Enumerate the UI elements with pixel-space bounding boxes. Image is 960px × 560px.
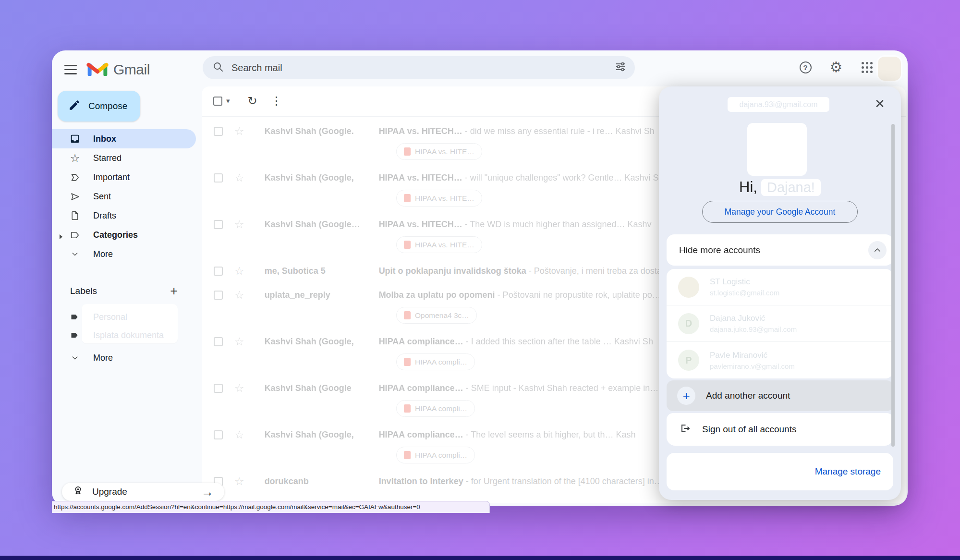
attachment-chip[interactable]: HIPAA compli… bbox=[396, 447, 475, 463]
email-sender: Kashvi Shah (Google. bbox=[265, 126, 379, 136]
pdf-icon bbox=[404, 358, 411, 366]
row-star-icon[interactable]: ☆ bbox=[234, 172, 244, 183]
pencil-icon bbox=[68, 99, 81, 114]
select-caret-icon[interactable]: ▾ bbox=[226, 97, 230, 105]
add-account-label: Add another account bbox=[706, 390, 790, 401]
pdf-icon bbox=[404, 451, 411, 459]
hide-more-accounts-button[interactable]: Hide more accounts bbox=[667, 234, 893, 266]
main-menu-icon[interactable] bbox=[64, 65, 77, 74]
row-star-icon[interactable]: ☆ bbox=[234, 383, 244, 394]
chevron-down-icon bbox=[69, 250, 81, 258]
sidebar-item-starred[interactable]: ☆ Starred bbox=[52, 148, 196, 168]
attachment-name: HIPAA compli… bbox=[415, 358, 467, 366]
help-button[interactable]: ? bbox=[794, 56, 816, 78]
search-filter-icon[interactable] bbox=[615, 61, 626, 74]
row-star-icon[interactable]: ☆ bbox=[234, 429, 244, 440]
more-options-icon[interactable]: ⋮ bbox=[267, 94, 287, 108]
pdf-icon bbox=[404, 194, 411, 202]
row-star-icon[interactable]: ☆ bbox=[234, 290, 244, 301]
account-item[interactable]: D Dajana Juković dajana.juko.93@gmail.co… bbox=[667, 305, 893, 342]
sidebar-item-important[interactable]: Important bbox=[52, 168, 196, 187]
attachment-name: Opomena4 3c… bbox=[415, 311, 469, 320]
attachment-name: HIPAA vs. HITE… bbox=[415, 147, 474, 156]
label-tag-icon bbox=[69, 312, 81, 322]
row-star-icon[interactable]: ☆ bbox=[234, 219, 244, 230]
sidebar-item-categories[interactable]: Categories bbox=[52, 225, 196, 244]
email-sender: Kashvi Shah (Google, bbox=[265, 337, 379, 347]
account-name-redacted: Dajana Juković bbox=[710, 314, 797, 323]
categories-tag-icon bbox=[69, 230, 81, 240]
sidebar-nav: Inbox ☆ Starred Important Sent Drafts bbox=[52, 129, 196, 264]
row-checkbox[interactable] bbox=[214, 337, 223, 346]
upgrade-label: Upgrade bbox=[92, 487, 127, 497]
status-bar-url: https://accounts.google.com/AddSession?h… bbox=[52, 501, 490, 513]
gmail-logo: Gmail bbox=[86, 60, 150, 79]
compose-button[interactable]: Compose bbox=[58, 91, 140, 122]
sidebar-labels-more[interactable]: More bbox=[52, 348, 196, 367]
star-icon: ☆ bbox=[69, 153, 81, 164]
attachment-chip[interactable]: HIPAA vs. HITE… bbox=[396, 190, 482, 207]
row-star-icon[interactable]: ☆ bbox=[234, 126, 244, 137]
manage-google-account-button[interactable]: Manage your Google Account bbox=[702, 201, 858, 223]
expand-arrow-icon[interactable] bbox=[59, 232, 63, 242]
attachment-chip[interactable]: HIPAA vs. HITE… bbox=[396, 143, 482, 160]
account-item[interactable]: P Pavle Miranović pavlemirano.v@gmail.co… bbox=[667, 342, 893, 378]
label-item-personal[interactable]: Personal bbox=[52, 308, 196, 326]
label-item-documents[interactable]: Isplata dokumenta bbox=[52, 326, 196, 344]
row-checkbox[interactable] bbox=[214, 220, 223, 229]
sidebar-item-label: Sent bbox=[93, 192, 111, 202]
row-star-icon[interactable]: ☆ bbox=[234, 476, 244, 487]
row-checkbox[interactable] bbox=[214, 384, 223, 393]
attachment-chip[interactable]: Opomena4 3c… bbox=[396, 307, 477, 324]
apps-button[interactable] bbox=[856, 56, 878, 78]
search-bar bbox=[203, 56, 635, 79]
panel-scrollbar[interactable] bbox=[891, 124, 895, 447]
settings-button[interactable]: ⚙ bbox=[825, 56, 847, 78]
account-avatar bbox=[678, 277, 699, 298]
attachment-chip[interactable]: HIPAA compli… bbox=[396, 400, 475, 417]
row-checkbox[interactable] bbox=[214, 173, 223, 183]
upgrade-button[interactable]: Upgrade → bbox=[62, 483, 224, 501]
email-snippet: - The level seems a bit higher, but th… … bbox=[463, 430, 636, 439]
select-all-checkbox[interactable] bbox=[213, 97, 222, 106]
sidebar-item-drafts[interactable]: Drafts bbox=[52, 206, 196, 225]
sign-out-all-button[interactable]: Sign out of all accounts bbox=[667, 413, 893, 446]
search-input[interactable] bbox=[231, 62, 615, 73]
sidebar-item-label: Starred bbox=[93, 153, 122, 163]
sidebar-item-inbox[interactable]: Inbox bbox=[52, 129, 196, 148]
pdf-icon bbox=[404, 311, 411, 319]
attachment-chip[interactable]: HIPAA compli… bbox=[396, 353, 475, 370]
account-email-redacted: dajana.93i@gmail.com bbox=[728, 97, 829, 112]
draft-icon bbox=[69, 211, 81, 220]
row-checkbox[interactable] bbox=[214, 430, 223, 439]
row-checkbox[interactable] bbox=[214, 127, 223, 136]
add-another-account-button[interactable]: + Add another account bbox=[667, 380, 893, 411]
close-icon[interactable]: ✕ bbox=[871, 95, 888, 112]
account-email-redacted: pavlemirano.v@gmail.com bbox=[710, 362, 795, 370]
account-email-redacted: dajana.juko.93@gmail.com bbox=[710, 325, 797, 333]
row-star-icon[interactable]: ☆ bbox=[234, 336, 244, 347]
row-star-icon[interactable]: ☆ bbox=[234, 266, 244, 277]
create-label-button[interactable]: + bbox=[170, 285, 178, 298]
profile-avatar[interactable] bbox=[878, 57, 901, 81]
pdf-icon bbox=[404, 147, 411, 156]
inbox-icon bbox=[69, 134, 81, 144]
row-checkbox[interactable] bbox=[214, 291, 223, 300]
sidebar-item-sent[interactable]: Sent bbox=[52, 187, 196, 206]
greeting-name-redacted: Dajana! bbox=[761, 179, 821, 196]
manage-storage-link[interactable]: Manage storage bbox=[815, 466, 881, 477]
email-sender: Kashvi Shah (Google… bbox=[265, 219, 379, 230]
sidebar-item-label: Drafts bbox=[93, 211, 116, 221]
email-subject: Upit o poklapanju invalidskog štoka bbox=[379, 266, 526, 276]
sidebar-item-more[interactable]: More bbox=[52, 244, 196, 264]
header-actions: ? ⚙ bbox=[794, 56, 878, 78]
plus-icon: + bbox=[677, 387, 695, 405]
refresh-icon[interactable]: ↻ bbox=[243, 94, 263, 108]
row-checkbox[interactable] bbox=[214, 267, 223, 276]
attachment-chip[interactable]: HIPAA vs. HITE… bbox=[396, 236, 482, 253]
search-icon[interactable] bbox=[212, 61, 224, 74]
email-subject: HIPAA vs. HITECH… bbox=[379, 173, 462, 183]
account-item[interactable]: ST Logistic st.logistic@gmail.com bbox=[667, 269, 893, 305]
sidebar-item-label: Categories bbox=[93, 230, 138, 240]
send-icon bbox=[69, 192, 81, 202]
